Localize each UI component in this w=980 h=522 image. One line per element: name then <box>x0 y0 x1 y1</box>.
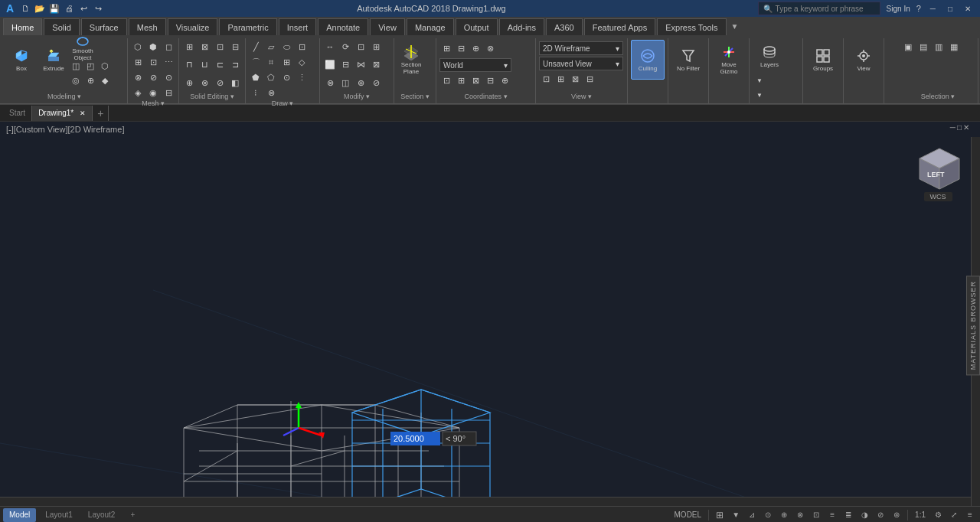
layers-btn1[interactable]: ▼ <box>753 73 766 87</box>
tab-home[interactable]: Home <box>3 18 42 35</box>
se-t5[interactable]: ⊓ <box>182 58 196 72</box>
mod-t11[interactable]: ⊕ <box>354 76 368 90</box>
mod-t6[interactable]: ⊟ <box>338 58 352 72</box>
quick-access-toolbar[interactable]: 🗋 📂 💾 🖨 ↩ ↪ <box>18 2 105 15</box>
redo-btn[interactable]: ↪ <box>91 2 105 15</box>
mesh-t1[interactable]: ⬡ <box>131 40 145 54</box>
customize-btn[interactable]: ≡ <box>963 508 977 522</box>
viewcube[interactable]: LEFT WCS <box>911 145 965 221</box>
ortho-btn[interactable]: ⊿ <box>745 508 759 522</box>
draw-t12[interactable]: ⋮ <box>295 70 309 84</box>
draw-t2[interactable]: ▱ <box>264 40 278 54</box>
object-track-btn[interactable]: ⊗ <box>793 508 807 522</box>
se-t1[interactable]: ⊞ <box>182 40 196 54</box>
tab-output[interactable]: Output <box>456 18 498 35</box>
modify-label[interactable]: Modify ▾ <box>323 93 390 102</box>
section-plane-tool[interactable]: SectionPlane <box>397 40 425 80</box>
undo-btn[interactable]: ↩ <box>77 2 90 15</box>
mesh-t4[interactable]: ⊞ <box>131 55 145 69</box>
sel-t2[interactable]: ▤ <box>916 40 930 54</box>
draw-label[interactable]: Draw ▾ <box>249 100 316 109</box>
3dosnap-btn[interactable]: ⊛ <box>890 508 903 522</box>
viewport-minimize-btn[interactable]: ─ <box>950 123 956 132</box>
tool-s5[interactable]: ⊕ <box>83 73 97 87</box>
coord-icon3[interactable]: ⊕ <box>469 41 482 55</box>
object-snap-btn[interactable]: ⊕ <box>777 508 791 522</box>
mod-t2[interactable]: ⟳ <box>338 40 352 54</box>
mesh-t12[interactable]: ⊟ <box>162 86 175 100</box>
tab-solid[interactable]: Solid <box>44 18 79 35</box>
mod-t9[interactable]: ⊗ <box>323 76 337 90</box>
tab-annotate[interactable]: Annotate <box>318 18 368 35</box>
coord-btn1[interactable]: ⊡ <box>439 73 453 87</box>
smooth-object-tool[interactable]: Smooth Object <box>69 40 96 58</box>
dynamic-ucs-btn[interactable]: ⊡ <box>809 508 823 522</box>
mod-t3[interactable]: ⊡ <box>354 40 368 54</box>
restore-btn[interactable]: □ <box>945 5 956 13</box>
section-label[interactable]: Section ▾ <box>397 93 433 102</box>
fullscreen-btn[interactable]: ⤢ <box>947 508 961 522</box>
save-btn[interactable]: 💾 <box>47 2 61 15</box>
view-sub-label[interactable]: View ▾ <box>539 93 624 102</box>
viewport-maximize-btn[interactable]: □ <box>957 123 962 132</box>
tab-visualize[interactable]: Visualize <box>168 18 218 35</box>
tab-insert[interactable]: Insert <box>279 18 317 35</box>
tab-start[interactable]: Start <box>3 106 32 121</box>
new-btn[interactable]: 🗋 <box>18 2 32 15</box>
solid-editing-label[interactable]: Solid Editing ▾ <box>182 93 242 102</box>
transparency-btn[interactable]: ◑ <box>858 508 871 522</box>
mod-t1[interactable]: ↔ <box>323 40 337 54</box>
modeling-label[interactable]: Modeling ▾ <box>5 93 124 102</box>
layout2-tab[interactable]: Layout2 <box>82 508 122 522</box>
compass-cube-outer[interactable]: LEFT <box>915 145 961 191</box>
coord-icon1[interactable]: ⊞ <box>439 41 453 55</box>
groups-tool[interactable]: Groups <box>806 40 840 80</box>
tab-mesh[interactable]: Mesh <box>129 18 166 35</box>
tab-express-tools[interactable]: Express Tools <box>657 18 726 35</box>
se-t10[interactable]: ⊗ <box>198 76 211 90</box>
grid-btn[interactable]: ⊞ <box>713 508 727 522</box>
layout1-tab[interactable]: Layout1 <box>39 508 79 522</box>
select-cycle-btn[interactable]: ⊘ <box>874 508 887 522</box>
world-dropdown[interactable]: World ▾ <box>439 58 511 72</box>
scale-label[interactable]: 1:1 <box>912 508 929 522</box>
coord-icon2[interactable]: ⊟ <box>454 41 468 55</box>
polar-btn[interactable]: ⊙ <box>761 508 775 522</box>
view-btn2[interactable]: ⊞ <box>554 72 567 86</box>
mesh-t6[interactable]: ⋯ <box>162 55 175 69</box>
mesh-t8[interactable]: ⊘ <box>146 70 160 84</box>
coord-btn4[interactable]: ⊟ <box>483 73 497 87</box>
mesh-t7[interactable]: ⊗ <box>131 70 145 84</box>
se-t2[interactable]: ⊠ <box>198 40 211 54</box>
view-last-tool[interactable]: View <box>847 40 880 80</box>
tool-s3[interactable]: ⬡ <box>98 59 112 73</box>
mesh-t2[interactable]: ⬢ <box>146 40 160 54</box>
search-input[interactable]: Type a keyword or phrase <box>776 5 864 13</box>
mesh-t10[interactable]: ◈ <box>131 86 145 100</box>
help-icon[interactable]: ? <box>916 4 921 13</box>
coord-btn3[interactable]: ⊠ <box>469 73 482 87</box>
new-layout-btn[interactable]: + <box>124 508 141 522</box>
se-t11[interactable]: ⊘ <box>213 76 227 90</box>
coord-icon4[interactable]: ⊗ <box>483 41 497 55</box>
layers-tool[interactable]: Layers <box>753 40 786 72</box>
tab-parametric[interactable]: Parametric <box>219 18 276 35</box>
se-t6[interactable]: ⊔ <box>198 58 211 72</box>
draw-t1[interactable]: ╱ <box>249 40 263 54</box>
mesh-t9[interactable]: ⊙ <box>162 70 175 84</box>
tool-s6[interactable]: ◆ <box>98 73 112 87</box>
open-btn[interactable]: 📂 <box>33 2 47 15</box>
tab-options[interactable]: ▼ <box>731 22 739 31</box>
new-tab-btn[interactable]: + <box>93 106 109 121</box>
selection-label[interactable]: Selection ▾ <box>901 93 975 102</box>
tool-s1[interactable]: ◫ <box>69 59 83 73</box>
unsaved-view-dropdown[interactable]: Unsaved View ▾ <box>539 57 623 70</box>
draw-t7[interactable]: ⊞ <box>279 55 293 69</box>
draw-t3[interactable]: ⬭ <box>279 40 293 54</box>
view-btn4[interactable]: ⊟ <box>583 72 596 86</box>
sign-in-btn[interactable]: Sign In <box>887 5 910 13</box>
extrude-tool[interactable]: Extrude <box>40 40 67 80</box>
tab-add-ins[interactable]: Add-ins <box>499 18 544 35</box>
draw-t5[interactable]: ⌒ <box>249 55 263 69</box>
tab-drawing1[interactable]: Drawing1* ✕ <box>32 106 93 121</box>
